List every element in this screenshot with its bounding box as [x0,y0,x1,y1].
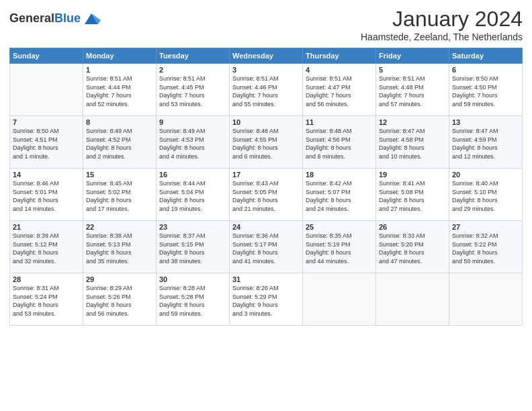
col-header-sunday: Sunday [10,48,83,64]
day-info: Sunrise: 8:44 AMSunset: 5:04 PMDaylight:… [159,179,226,213]
calendar-cell: 25Sunrise: 8:35 AMSunset: 5:19 PMDayligh… [303,221,376,273]
calendar-cell [376,273,449,326]
day-number: 7 [13,118,80,126]
calendar-cell: 13Sunrise: 8:47 AMSunset: 4:59 PMDayligh… [449,116,523,169]
day-number: 19 [379,171,446,179]
calendar-cell: 18Sunrise: 8:42 AMSunset: 5:07 PMDayligh… [303,169,376,221]
day-info: Sunrise: 8:37 AMSunset: 5:15 PMDaylight:… [159,232,226,265]
header: GeneralBlue January 2024 Haamstede, Zeel… [9,7,523,42]
calendar-cell: 3Sunrise: 8:51 AMSunset: 4:46 PMDaylight… [230,64,303,116]
logo-general-text: General [9,11,54,25]
col-header-saturday: Saturday [449,48,523,64]
day-info: Sunrise: 8:35 AMSunset: 5:19 PMDaylight:… [306,232,373,265]
day-number: 4 [306,66,373,74]
calendar-cell: 23Sunrise: 8:37 AMSunset: 5:15 PMDayligh… [157,221,230,273]
calendar-cell: 28Sunrise: 8:31 AMSunset: 5:24 PMDayligh… [10,273,83,326]
calendar-cell: 2Sunrise: 8:51 AMSunset: 4:45 PMDaylight… [157,64,230,116]
logo: GeneralBlue [9,9,101,28]
day-info: Sunrise: 8:38 AMSunset: 5:13 PMDaylight:… [86,232,153,265]
day-info: Sunrise: 8:28 AMSunset: 5:28 PMDaylight:… [159,284,226,318]
calendar-cell [449,273,523,326]
calendar-week-5: 28Sunrise: 8:31 AMSunset: 5:24 PMDayligh… [10,273,523,326]
day-number: 28 [13,275,80,283]
calendar-cell: 5Sunrise: 8:51 AMSunset: 4:48 PMDaylight… [376,64,449,116]
calendar-cell: 15Sunrise: 8:45 AMSunset: 5:02 PMDayligh… [83,169,157,221]
day-number: 9 [159,118,226,126]
day-info: Sunrise: 8:51 AMSunset: 4:47 PMDaylight:… [306,75,373,108]
col-header-thursday: Thursday [303,48,376,64]
calendar-cell: 4Sunrise: 8:51 AMSunset: 4:47 PMDaylight… [303,64,376,116]
calendar-cell: 31Sunrise: 8:26 AMSunset: 5:29 PMDayligh… [230,273,303,326]
day-number: 18 [306,171,373,179]
day-number: 23 [159,223,226,231]
day-info: Sunrise: 8:50 AMSunset: 4:51 PMDaylight:… [13,127,80,161]
day-info: Sunrise: 8:45 AMSunset: 5:02 PMDaylight:… [86,179,153,213]
day-number: 1 [86,66,153,74]
day-number: 10 [232,118,300,126]
calendar-cell: 22Sunrise: 8:38 AMSunset: 5:13 PMDayligh… [83,221,157,273]
day-number: 26 [379,223,446,231]
day-info: Sunrise: 8:33 AMSunset: 5:20 PMDaylight:… [379,232,446,265]
calendar-week-3: 14Sunrise: 8:46 AMSunset: 5:01 PMDayligh… [10,169,523,221]
day-number: 30 [159,275,226,283]
calendar-cell: 26Sunrise: 8:33 AMSunset: 5:20 PMDayligh… [376,221,449,273]
calendar-cell: 19Sunrise: 8:41 AMSunset: 5:08 PMDayligh… [376,169,449,221]
day-info: Sunrise: 8:48 AMSunset: 4:56 PMDaylight:… [306,127,373,161]
day-info: Sunrise: 8:29 AMSunset: 5:26 PMDaylight:… [86,284,153,318]
day-number: 17 [232,171,300,179]
day-info: Sunrise: 8:50 AMSunset: 4:50 PMDaylight:… [452,75,519,108]
col-header-monday: Monday [83,48,157,64]
col-header-friday: Friday [376,48,449,64]
day-number: 16 [159,171,226,179]
day-number: 22 [86,223,153,231]
calendar-cell: 12Sunrise: 8:47 AMSunset: 4:58 PMDayligh… [376,116,449,169]
day-number: 12 [379,118,446,126]
day-number: 25 [306,223,373,231]
col-header-tuesday: Tuesday [157,48,230,64]
day-info: Sunrise: 8:47 AMSunset: 4:58 PMDaylight:… [379,127,446,161]
day-number: 8 [86,118,153,126]
day-info: Sunrise: 8:32 AMSunset: 5:22 PMDaylight:… [452,232,519,265]
page-container: GeneralBlue January 2024 Haamstede, Zeel… [0,0,532,332]
day-info: Sunrise: 8:41 AMSunset: 5:08 PMDaylight:… [379,179,446,213]
day-info: Sunrise: 8:39 AMSunset: 5:12 PMDaylight:… [13,232,80,265]
day-info: Sunrise: 8:36 AMSunset: 5:17 PMDaylight:… [232,232,300,265]
calendar-cell: 8Sunrise: 8:49 AMSunset: 4:52 PMDaylight… [83,116,157,169]
day-info: Sunrise: 8:46 AMSunset: 5:01 PMDaylight:… [13,179,80,213]
calendar-cell: 27Sunrise: 8:32 AMSunset: 5:22 PMDayligh… [449,221,523,273]
title-section: January 2024 Haamstede, Zeeland, The Net… [361,7,523,42]
day-info: Sunrise: 8:31 AMSunset: 5:24 PMDaylight:… [13,284,80,318]
day-number: 13 [452,118,519,126]
calendar-cell: 20Sunrise: 8:40 AMSunset: 5:10 PMDayligh… [449,169,523,221]
day-number: 21 [13,223,80,231]
calendar-cell: 17Sunrise: 8:43 AMSunset: 5:05 PMDayligh… [230,169,303,221]
day-number: 6 [452,66,519,74]
day-number: 11 [306,118,373,126]
calendar-cell: 9Sunrise: 8:49 AMSunset: 4:53 PMDaylight… [157,116,230,169]
calendar-cell: 11Sunrise: 8:48 AMSunset: 4:56 PMDayligh… [303,116,376,169]
day-info: Sunrise: 8:47 AMSunset: 4:59 PMDaylight:… [452,127,519,161]
day-number: 31 [232,275,300,283]
logo-blue-text: Blue [54,11,81,25]
calendar-cell: 10Sunrise: 8:48 AMSunset: 4:55 PMDayligh… [230,116,303,169]
day-number: 15 [86,171,153,179]
calendar-cell: 30Sunrise: 8:28 AMSunset: 5:28 PMDayligh… [157,273,230,326]
calendar-cell: 7Sunrise: 8:50 AMSunset: 4:51 PMDaylight… [10,116,83,169]
logo-icon [82,9,101,28]
day-info: Sunrise: 8:51 AMSunset: 4:44 PMDaylight:… [86,75,153,108]
calendar-cell [303,273,376,326]
day-info: Sunrise: 8:49 AMSunset: 4:53 PMDaylight:… [159,127,226,161]
day-info: Sunrise: 8:48 AMSunset: 4:55 PMDaylight:… [232,127,300,161]
calendar-header-row: SundayMondayTuesdayWednesdayThursdayFrid… [10,48,523,64]
day-info: Sunrise: 8:51 AMSunset: 4:48 PMDaylight:… [379,75,446,108]
calendar-table: SundayMondayTuesdayWednesdayThursdayFrid… [9,48,523,326]
calendar-week-2: 7Sunrise: 8:50 AMSunset: 4:51 PMDaylight… [10,116,523,169]
day-number: 24 [232,223,300,231]
location-subtitle: Haamstede, Zeeland, The Netherlands [361,32,523,42]
calendar-cell: 6Sunrise: 8:50 AMSunset: 4:50 PMDaylight… [449,64,523,116]
calendar-week-4: 21Sunrise: 8:39 AMSunset: 5:12 PMDayligh… [10,221,523,273]
day-number: 2 [159,66,226,74]
day-number: 5 [379,66,446,74]
calendar-cell: 16Sunrise: 8:44 AMSunset: 5:04 PMDayligh… [157,169,230,221]
day-number: 20 [452,171,519,179]
